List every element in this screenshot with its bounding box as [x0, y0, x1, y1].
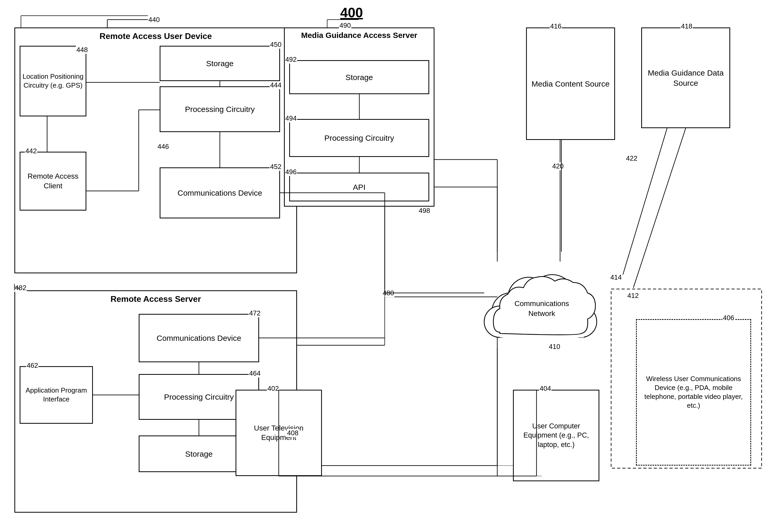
user-television-equipment-box: User Television Equipment — [235, 390, 322, 476]
ref-480: 480 — [382, 289, 394, 297]
storage-492-box: Storage — [289, 60, 429, 94]
svg-text:Network: Network — [529, 309, 556, 317]
wireless-user-communications-device-box: Wireless User Communications Device (e.g… — [636, 319, 751, 466]
svg-line-51 — [633, 128, 686, 288]
cloud-svg: Communications Network — [479, 251, 605, 348]
ref-452: 452 — [269, 163, 282, 171]
ref-416: 416 — [550, 22, 562, 30]
ref-498: 498 — [418, 207, 430, 215]
diagram-title: 400 — [340, 5, 363, 20]
communications-device-452-box: Communications Device — [160, 168, 280, 218]
ref-410: 410 — [548, 343, 561, 351]
ref-448: 448 — [76, 46, 88, 54]
ref-404: 404 — [539, 384, 551, 392]
storage-450-box: Storage — [160, 46, 280, 81]
location-positioning-box: Location Positioning Circuitry (e.g. GPS… — [20, 46, 86, 116]
api-462-box: Application Program Interface — [20, 366, 93, 424]
ref-406: 406 — [722, 314, 735, 322]
ref-412: 412 — [627, 292, 639, 300]
ref-482: 482 — [14, 284, 27, 292]
diagram: 400 — [0, 0, 776, 532]
processing-circuitry-444-box: Processing Circuitry — [160, 86, 280, 132]
ref-490: 490 — [339, 21, 351, 30]
ref-494: 494 — [285, 114, 297, 122]
svg-text:Communications: Communications — [515, 299, 569, 308]
ref-446: 446 — [157, 143, 169, 151]
ref-462: 462 — [26, 361, 38, 369]
svg-line-17 — [623, 110, 672, 275]
ref-402: 402 — [267, 384, 279, 392]
media-content-source-box: Media Content Source — [526, 27, 615, 140]
ref-418: 418 — [681, 22, 693, 30]
remote-access-user-device-title: Remote Access User Device — [100, 31, 212, 41]
media-guidance-data-source-box: Media Guidance Data Source — [641, 27, 730, 128]
remote-access-client-box: Remote Access Client — [20, 152, 86, 211]
ref-442: 442 — [25, 147, 37, 155]
media-guidance-access-server-title: Media Guidance Access Server — [285, 31, 434, 40]
ref-440: 440 — [148, 16, 160, 24]
communications-network-cloud: Communications Network — [479, 251, 605, 348]
ref-408: 408 — [286, 429, 299, 437]
ref-422: 422 — [625, 154, 638, 163]
ref-450: 450 — [269, 40, 282, 49]
processing-circuitry-494-box: Processing Circuitry — [289, 119, 429, 157]
ref-420: 420 — [552, 162, 564, 170]
api-496-box: API — [289, 173, 429, 201]
communications-device-472-box: Communications Device — [139, 314, 259, 362]
ref-464: 464 — [249, 369, 261, 377]
ref-472: 472 — [249, 309, 261, 317]
ref-496: 496 — [285, 168, 297, 176]
remote-access-server-title: Remote Access Server — [111, 294, 201, 304]
user-computer-equipment-box: User Computer Equipment (e.g., PC, lapto… — [513, 390, 599, 481]
ref-414: 414 — [610, 273, 622, 281]
ref-492: 492 — [285, 55, 297, 63]
ref-444: 444 — [269, 81, 282, 89]
